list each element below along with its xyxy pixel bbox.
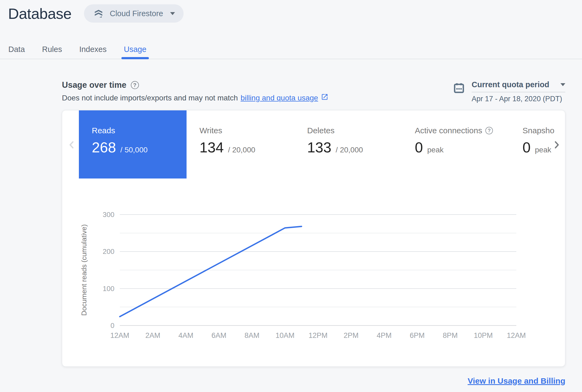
reads-line-series bbox=[120, 226, 301, 317]
metric-value-active-connections: 0 bbox=[415, 139, 423, 156]
svg-text:6PM: 6PM bbox=[410, 331, 425, 340]
database-selector[interactable]: Cloud Firestore bbox=[84, 4, 184, 23]
svg-text:Document reads (cumulative): Document reads (cumulative) bbox=[80, 224, 88, 316]
metric-tiles: Reads268/ 50,000Writes134/ 20,000Deletes… bbox=[79, 110, 565, 178]
tab-rules[interactable]: Rules bbox=[42, 40, 62, 59]
open-in-new-icon[interactable] bbox=[321, 93, 328, 103]
metric-label-deletes: Deletes bbox=[307, 126, 335, 135]
billing-quota-usage-link[interactable]: billing and quota usage bbox=[241, 94, 318, 102]
svg-text:12AM: 12AM bbox=[507, 331, 526, 340]
metric-label-reads: Reads bbox=[92, 126, 115, 135]
metric-suffix-active-connections: peak bbox=[427, 146, 444, 154]
svg-text:300: 300 bbox=[103, 211, 114, 219]
page-header: Database Cloud Firestore bbox=[8, 4, 184, 23]
svg-text:100: 100 bbox=[103, 285, 114, 293]
quota-period-control: Current quota period Apr 17 - Apr 18, 20… bbox=[453, 80, 565, 103]
page-title: Database bbox=[8, 5, 72, 22]
svg-text:2PM: 2PM bbox=[343, 331, 359, 340]
quota-period-selector[interactable]: Current quota period Apr 17 - Apr 18, 20… bbox=[472, 80, 565, 103]
metric-tile-reads[interactable]: Reads268/ 50,000 bbox=[79, 110, 187, 178]
firestore-usage-page: Database Cloud Firestore DataRulesIndexe… bbox=[0, 0, 582, 392]
metric-suffix-deletes: / 20,000 bbox=[336, 146, 363, 154]
carousel-prev-button[interactable] bbox=[66, 139, 78, 152]
metric-value-reads: 268 bbox=[92, 139, 116, 156]
metric-label-writes: Writes bbox=[199, 126, 222, 135]
svg-text:12PM: 12PM bbox=[308, 331, 328, 340]
svg-text:6AM: 6AM bbox=[211, 331, 226, 340]
svg-text:0: 0 bbox=[111, 321, 114, 330]
svg-text:4AM: 4AM bbox=[178, 331, 194, 340]
metric-value-writes: 134 bbox=[199, 139, 224, 156]
svg-text:8AM: 8AM bbox=[244, 331, 260, 340]
metric-label-active-connections: Active connections bbox=[415, 126, 482, 135]
quota-period-label: Current quota period bbox=[472, 80, 549, 89]
svg-text:8PM: 8PM bbox=[443, 331, 458, 340]
usage-line-chart: 010020030012AM2AM4AM6AM8AM10AM12PM2PM4PM… bbox=[62, 205, 565, 350]
metric-suffix-writes: / 20,000 bbox=[228, 146, 255, 154]
calendar-icon bbox=[453, 80, 465, 103]
tab-usage[interactable]: Usage bbox=[124, 40, 146, 59]
firestore-icon bbox=[93, 8, 104, 19]
usage-card: Reads268/ 50,000Writes134/ 20,000Deletes… bbox=[62, 110, 565, 367]
chevron-right-icon bbox=[551, 139, 562, 151]
metric-tile-deletes[interactable]: Deletes133/ 20,000 bbox=[294, 110, 402, 178]
metric-suffix-snapshot-listeners: peak bbox=[535, 146, 551, 154]
usage-description: Does not include imports/exports and may… bbox=[62, 93, 328, 103]
quota-period-value: Apr 17 - Apr 18, 2020 (PDT) bbox=[472, 95, 565, 103]
svg-text:2AM: 2AM bbox=[145, 331, 160, 340]
metric-value-deletes: 133 bbox=[307, 139, 331, 156]
chevron-down-icon bbox=[170, 12, 175, 15]
usage-over-time-title: Usage over time bbox=[62, 80, 127, 90]
help-circle-icon[interactable]: ? bbox=[485, 127, 493, 134]
usage-title-block: Usage over time ? Does not include impor… bbox=[62, 80, 328, 103]
svg-text:10AM: 10AM bbox=[275, 331, 294, 340]
carousel-next-button[interactable] bbox=[551, 139, 562, 152]
chevron-down-icon bbox=[560, 83, 565, 86]
metric-tile-writes[interactable]: Writes134/ 20,000 bbox=[187, 110, 294, 178]
metric-suffix-reads: / 50,000 bbox=[120, 146, 148, 154]
svg-text:12AM: 12AM bbox=[110, 331, 129, 340]
database-selector-label: Cloud Firestore bbox=[110, 9, 163, 18]
metric-label-snapshot-listeners: Snapsho bbox=[523, 126, 554, 135]
view-usage-billing-link[interactable]: View in Usage and Billing bbox=[468, 376, 565, 386]
tab-bar: DataRulesIndexesUsage bbox=[0, 40, 582, 59]
usage-chart-area: 010020030012AM2AM4AM6AM8AM10AM12PM2PM4PM… bbox=[62, 205, 565, 350]
chevron-left-icon bbox=[66, 139, 78, 151]
usage-section-header: Usage over time ? Does not include impor… bbox=[62, 80, 565, 103]
usage-description-text: Does not include imports/exports and may… bbox=[62, 94, 238, 102]
svg-text:10PM: 10PM bbox=[474, 331, 493, 340]
svg-text:200: 200 bbox=[103, 247, 114, 256]
metric-value-snapshot-listeners: 0 bbox=[523, 139, 531, 156]
svg-text:4PM: 4PM bbox=[377, 331, 392, 340]
tab-indexes[interactable]: Indexes bbox=[79, 40, 107, 59]
tab-data[interactable]: Data bbox=[8, 40, 25, 59]
help-circle-icon[interactable]: ? bbox=[131, 81, 139, 89]
metric-tile-active-connections[interactable]: Active connections?0peak bbox=[402, 110, 510, 178]
